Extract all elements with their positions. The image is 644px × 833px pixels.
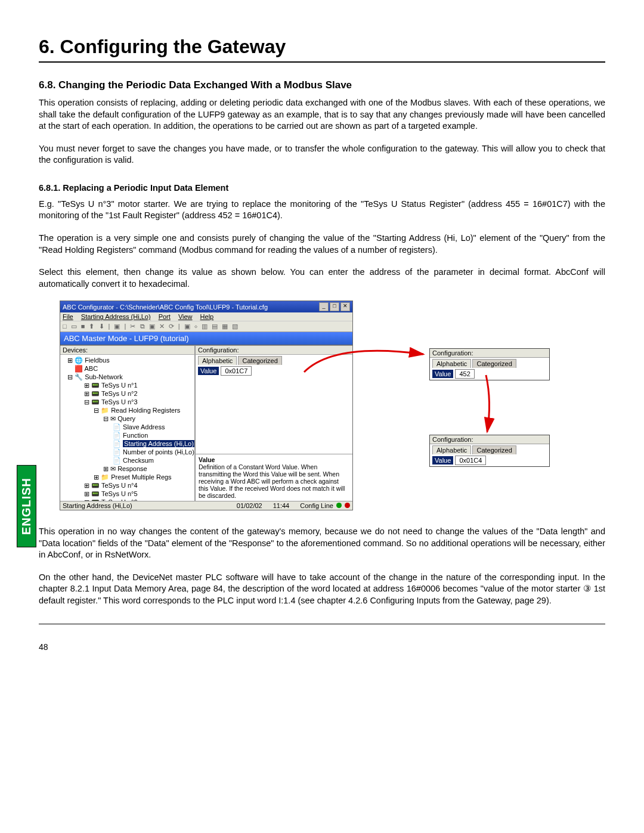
page-number: 48 [39, 642, 605, 652]
toolbar[interactable]: □ ▭ ■ ⬆ ⬇ | ▣ | ✂ ⧉ ▣ ✕ ⟳ | ▣ ⬥ ▥ ▤ ▦ ▧ [60, 321, 352, 332]
tree-fieldbus[interactable]: ⊞ 🌐 Fieldbus [61, 356, 193, 364]
value-label: Value [432, 370, 453, 378]
status-bar: Starting Address (Hi,Lo) 01/02/02 11:44 … [60, 501, 352, 510]
config-panel-step3: Configuration: Alphabetic Categorized Va… [429, 435, 550, 467]
tree-node[interactable]: ⊞ 📟 TeSys U n°2 [61, 389, 193, 398]
config-panel-step2: Configuration: Alphabetic Categorized Va… [429, 348, 550, 380]
figure-area: ABC Configurator - C:\Schneider\ABC Conf… [60, 301, 611, 515]
panel-header: Configuration: [430, 349, 549, 358]
paragraph: On the other hand, the DeviceNet master … [39, 572, 605, 607]
description-box: Value Definition of a Constant Word Valu… [196, 454, 352, 501]
subsection-title: 6.8.1. Replacing a Periodic Input Data E… [39, 183, 605, 193]
status-date: 01/02/02 [237, 502, 262, 509]
devices-pane: Devices: ⊞ 🌐 Fieldbus 🟥 ABC ⊟ 🔧 Sub-Netw… [60, 346, 196, 501]
config-tabs: Alphabetic Categorized [196, 355, 352, 365]
abc-configurator-window: ABC Configurator - C:\Schneider\ABC Conf… [60, 301, 353, 510]
tree-query-item[interactable]: 📄 Function [61, 431, 193, 439]
devices-header: Devices: [60, 346, 194, 355]
value-label: Value [432, 456, 453, 465]
value-field[interactable]: 0x01C4 [455, 456, 486, 465]
value-field[interactable]: 0x01C7 [221, 366, 252, 376]
status-left: Starting Address (Hi,Lo) [63, 502, 226, 509]
paragraph: This operation in no way changes the con… [39, 526, 605, 561]
tree-query-item[interactable]: 📄 Slave Address [61, 423, 193, 431]
tree-query[interactable]: ⊟ ✉ Query [61, 414, 193, 423]
tree-rhr[interactable]: ⊟ 📁 Read Holding Registers [61, 406, 193, 414]
tree-abc[interactable]: 🟥 ABC [61, 364, 193, 373]
configuration-header: Configuration: [196, 346, 352, 355]
tree-response[interactable]: ⊞ ✉ Response [61, 465, 193, 473]
status-time: 11:44 [273, 502, 290, 509]
paragraph: E.g. "TeSys U n°3" motor starter. We are… [39, 199, 605, 222]
window-controls: _ □ ✕ [319, 302, 350, 311]
maximize-button[interactable]: □ [330, 302, 339, 311]
value-label: Value [198, 367, 219, 375]
tab-categorized[interactable]: Categorized [472, 445, 516, 454]
value-field[interactable]: 452 [455, 369, 474, 379]
tree-node[interactable]: ⊞ 📟 TeSys U n°4 [61, 481, 193, 490]
tree-query-item[interactable]: 📄 Checksum [61, 456, 193, 465]
tree-query-item-selected[interactable]: 📄 Starting Address (Hi,Lo) [61, 439, 193, 448]
status-dot-red [345, 503, 350, 508]
title-rule [39, 61, 605, 63]
close-button[interactable]: ✕ [340, 302, 350, 311]
tree-preset-multiple-regs[interactable]: ⊞ 📁 Preset Multiple Regs [61, 473, 193, 481]
tree-node[interactable]: ⊟ 📟 TeSys U n°3 [61, 398, 193, 406]
configuration-pane: Configuration: Alphabetic Categorized Va… [196, 346, 352, 501]
value-row: Value 0x01C7 [198, 367, 350, 374]
menu-starting-address[interactable]: Starting Address (Hi,Lo) [81, 313, 151, 320]
tree-node[interactable]: ⊞ 📟 TeSys U n°5 [61, 490, 193, 498]
paragraph: The operation is a very simple one and c… [39, 233, 605, 256]
paragraph: This operation consists of replacing, ad… [39, 97, 605, 132]
minimize-button[interactable]: _ [319, 302, 329, 311]
description-title: Value [199, 456, 349, 463]
tab-alphabetic[interactable]: Alphabetic [198, 356, 237, 365]
tree-node[interactable]: ⊞ 📟 TeSys U n°6 [61, 498, 193, 501]
window-titlebar: ABC Configurator - C:\Schneider\ABC Conf… [60, 301, 352, 312]
footer-rule [39, 624, 605, 624]
chapter-title: 6. Configuring the Gateway [39, 36, 605, 58]
paragraph: You must never forget to save the change… [39, 143, 605, 166]
paragraph: Select this element, then change its val… [39, 267, 605, 290]
tree-query-item[interactable]: 📄 Number of points (Hi,Lo) [61, 448, 193, 456]
arrow-step2-to-step3 [474, 372, 510, 444]
tab-alphabetic[interactable]: Alphabetic [432, 445, 471, 454]
tree-node[interactable]: ⊞ 📟 TeSys U n°1 [61, 381, 193, 389]
description-text: Definition of a Constant Word Value. Whe… [199, 463, 349, 499]
menu-file[interactable]: File [63, 313, 73, 320]
status-dot-green [336, 503, 342, 508]
menu-help[interactable]: Help [200, 313, 214, 320]
menu-bar: File Starting Address (Hi,Lo) Port View … [60, 312, 352, 321]
tab-categorized[interactable]: Categorized [238, 356, 281, 365]
tab-alphabetic[interactable]: Alphabetic [432, 359, 471, 368]
language-tab: ENGLISH [17, 465, 36, 547]
window-title: ABC Configurator - C:\Schneider\ABC Conf… [63, 304, 268, 311]
section-title: 6.8. Changing the Periodic Data Exchange… [39, 79, 605, 91]
status-mode: Config Line [300, 502, 350, 509]
menu-port[interactable]: Port [159, 313, 171, 320]
panel-header: Configuration: [430, 435, 549, 444]
tab-categorized[interactable]: Categorized [472, 359, 516, 368]
device-tree[interactable]: ⊞ 🌐 Fieldbus 🟥 ABC ⊟ 🔧 Sub-Network ⊞ 📟 T… [60, 355, 194, 501]
menu-view[interactable]: View [178, 313, 193, 320]
tree-subnetwork[interactable]: ⊟ 🔧 Sub-Network [61, 373, 193, 381]
master-mode-banner: ABC Master Mode - LUFP9 (tutorial) [60, 332, 352, 345]
